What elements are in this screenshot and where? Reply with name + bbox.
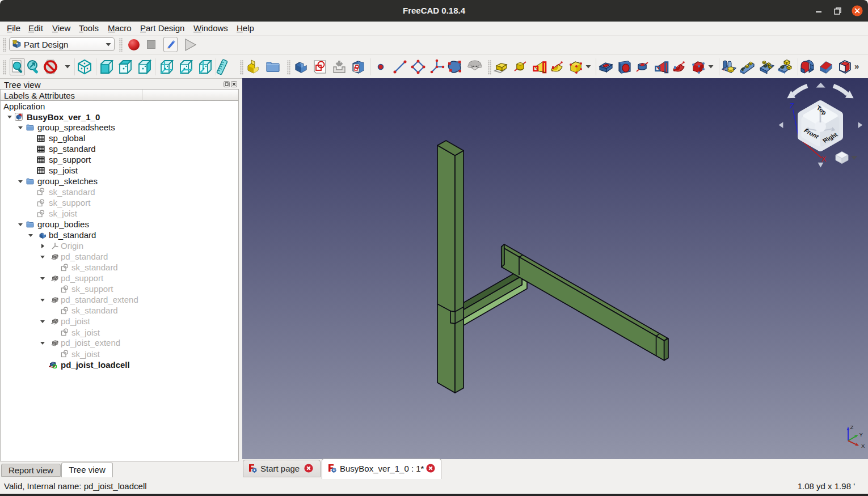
svg-text:X: X [861,443,865,449]
svg-text:Z: Z [790,101,794,110]
svg-text:X: X [821,155,827,163]
svg-text:Y: Y [859,431,863,438]
svg-text:Z: Z [850,424,854,430]
